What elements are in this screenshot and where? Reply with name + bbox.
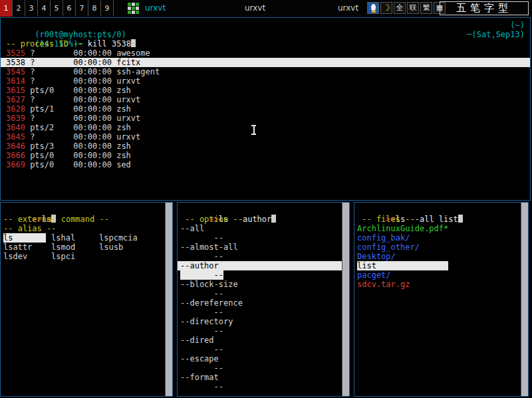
process-row: 3525 ? 00:00:00 awesome <box>1 49 530 58</box>
file-item: list <box>354 261 528 270</box>
prompt-date: ─(Sat,Sep13) <box>467 30 525 39</box>
middle-terminal-window[interactable]: >>ls --author -- option -- --all ----alm… <box>177 202 350 397</box>
process-info: pts/0 00:00:00 zsh <box>25 86 131 95</box>
halfwidth-moon-icon[interactable]: ☽ <box>380 2 392 14</box>
process-row: 3645 ? 00:00:00 urxvt <box>1 132 530 142</box>
process-list: 3525 ? 00:00:00 awesome3538 ? 00:00:00 f… <box>1 49 530 169</box>
command-line: >>ls <box>1 205 172 215</box>
completion-grid: lslshallspcmcialsattrlsmodlsusblsdevlspc… <box>1 233 172 261</box>
process-pid: 3627 <box>6 95 25 104</box>
completion-item: lsusb <box>99 243 147 252</box>
prompt-line-2: (14:15:%)─ kill 3538 ─(Sat,Sep13) <box>1 30 530 39</box>
task-list: urxvturxvturxvt <box>0 0 372 17</box>
completion-item-label: lsmod <box>51 243 75 252</box>
file-item-label: pacget/ <box>357 270 391 280</box>
process-row: 3666 pts/0 00:00:00 zsh <box>1 151 530 160</box>
right-terminal-window[interactable]: >>ls --all list -- files -- ArchlinuxGui… <box>354 202 529 397</box>
process-pid: 3525 <box>6 49 25 58</box>
process-info: ? 00:00:00 urxvt <box>25 132 140 142</box>
process-info: pts/0 00:00:00 zsh <box>25 151 131 160</box>
process-row: 3538 ? 00:00:00 fcitx <box>1 58 530 67</box>
option-item: --author <box>178 261 349 270</box>
process-info: pts/2 00:00:00 zsh <box>25 123 131 132</box>
process-pid: 3666 <box>6 151 25 160</box>
option-item: --format <box>178 373 349 382</box>
process-info: ? 00:00:00 ssh-agent <box>25 67 160 76</box>
process-row: 3640 pts/2 00:00:00 zsh <box>1 123 530 132</box>
completion-item: lsattr <box>3 243 51 252</box>
process-row: 3627 ? 00:00:00 urxvt <box>1 95 530 104</box>
process-row: 3639 ? 00:00:00 urxvt <box>1 114 530 123</box>
option-description: -- <box>180 289 223 298</box>
process-pid: 3669 <box>6 160 25 169</box>
completion-item-label: ls <box>3 233 46 243</box>
completion-item: lspci <box>51 252 99 261</box>
completion-item: lsdev <box>3 252 51 261</box>
process-row: 3614 ? 00:00:00 urxvt <box>1 76 530 86</box>
process-pid: 3646 <box>6 142 25 151</box>
process-row: 3628 pts/1 00:00:00 zsh <box>1 104 530 114</box>
process-info: pts/3 00:00:00 zsh <box>25 142 131 151</box>
prompt-line-1: (r00t@myhost:pts/0) (~) <box>1 21 530 30</box>
option-item: --escape <box>178 354 349 363</box>
file-item-label: config_other/ <box>357 243 420 252</box>
option-list: --all ----almost-all ----author ----bloc… <box>178 224 349 391</box>
main-terminal-window[interactable]: (r00t@myhost:pts/0) (~) (14:15:%)─ kill … <box>0 17 531 201</box>
scrollbar[interactable] <box>165 203 172 396</box>
completion-item-label: lsdev <box>3 252 27 261</box>
completion-item-label: lsattr <box>3 243 32 252</box>
file-item-label: sdcv.tar.gz <box>357 280 410 289</box>
file-item-label: config_bak/ <box>357 233 410 243</box>
process-pid: 3545 <box>6 67 25 76</box>
option-description-line: -- <box>178 363 349 373</box>
system-tray: ☽ 全 联 繁 ▦ <box>367 2 446 14</box>
completion-item-label: lsusb <box>99 243 123 252</box>
tasklist-item[interactable]: urxvt <box>145 0 166 17</box>
completion-item: lshal <box>51 233 99 243</box>
tasklist-item[interactable]: urxvt <box>245 0 265 17</box>
desktop-screen: 123456789 urxvturxvturxvt ☽ 全 联 繁 ▦ 五笔字型… <box>0 0 532 398</box>
option-item: --dired <box>178 336 349 345</box>
file-item-label: list <box>357 261 448 270</box>
fcitx-logo-icon[interactable] <box>367 2 379 14</box>
option-description-line: -- <box>178 270 349 280</box>
tasklist-item[interactable]: urxvt <box>338 0 358 17</box>
process-info: ? 00:00:00 urxvt <box>25 95 140 104</box>
option-description: -- <box>180 326 223 336</box>
top-bar: 123456789 urxvturxvturxvt ☽ 全 联 繁 ▦ 五笔字型 <box>0 0 532 17</box>
option-description-line: -- <box>178 308 349 317</box>
process-info: pts/0 00:00:00 sed <box>25 160 131 169</box>
option-item: --all <box>178 224 349 233</box>
option-description: -- <box>180 363 223 373</box>
fullwidth-icon[interactable]: 全 <box>394 2 406 14</box>
traditional-chinese-icon[interactable]: 繁 <box>420 2 432 14</box>
process-pid: 3538 <box>6 58 25 67</box>
file-item: config_bak/ <box>354 233 528 243</box>
option-description: -- <box>180 233 223 243</box>
completion-group-header: -- process ID -- <box>1 39 530 49</box>
completion-item-label: lshal <box>51 233 75 243</box>
option-description: -- <box>180 308 223 317</box>
process-row: 3615 pts/0 00:00:00 zsh <box>1 86 530 95</box>
completion-item-label: lspcmcia <box>99 233 138 243</box>
completion-group-header: -- alias -- <box>1 224 172 233</box>
process-row: 3545 ? 00:00:00 ssh-agent <box>1 67 530 76</box>
process-pid: 3640 <box>6 123 25 132</box>
completion-row: lsattrlsmodlsusb <box>1 243 172 252</box>
association-icon[interactable]: 联 <box>407 2 419 14</box>
completion-item: lsmod <box>51 243 99 252</box>
option-description-line: -- <box>178 252 349 261</box>
process-info: ? 00:00:00 awesome <box>25 49 150 58</box>
left-terminal-window[interactable]: >>ls -- external command -- -- alias -- … <box>0 202 173 397</box>
process-pid: 3628 <box>6 104 25 114</box>
option-description: -- <box>180 252 223 261</box>
scrollbar[interactable] <box>521 203 528 396</box>
scrollbar[interactable] <box>342 203 349 396</box>
file-item: Desktop/ <box>354 252 528 261</box>
completion-row: lslshallspcmcia <box>1 233 172 243</box>
option-item: --block-size <box>178 280 349 289</box>
process-row: 3669 pts/0 00:00:00 sed <box>1 160 530 169</box>
completion-item-label: lspci <box>51 252 75 261</box>
input-method-indicator[interactable]: 五笔字型 <box>440 1 529 15</box>
file-item: config_other/ <box>354 243 528 252</box>
